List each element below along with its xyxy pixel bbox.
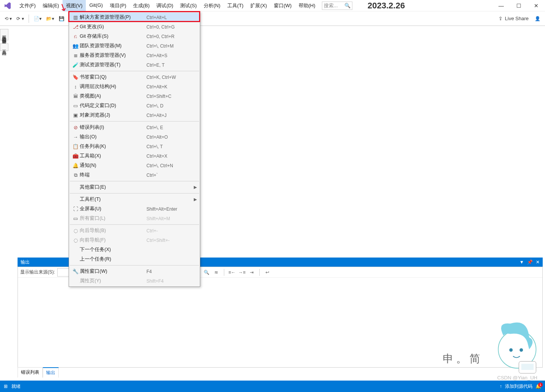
view-menu-item[interactable]: ⛶全屏幕(U)Shift+Alt+Enter xyxy=(69,204,200,214)
menu-item-label: 调用层次结构(H) xyxy=(80,83,146,90)
nav-fwd-button[interactable]: ⟳ ▾ xyxy=(15,15,25,22)
live-share-button[interactable]: ⇪ Live Share xyxy=(498,16,532,21)
server-explorer-tab[interactable]: 服务器资源管理器 xyxy=(0,29,8,40)
menu-item-label: 任务列表(K) xyxy=(80,143,146,150)
menu-item-label: 测试资源管理器(T) xyxy=(80,62,146,68)
close-icon[interactable]: ✕ xyxy=(536,259,540,265)
menu-git[interactable]: Git(G) xyxy=(86,0,106,11)
tab-output[interactable]: 输出 xyxy=(43,367,59,378)
menu-debug[interactable]: 调试(D) xyxy=(153,0,177,11)
menu-extensions[interactable]: 扩展(X) xyxy=(247,0,270,11)
menu-item-shortcut: Ctrl+Alt+J xyxy=(146,113,196,118)
save-button[interactable]: 💾 xyxy=(57,15,66,22)
status-vcs[interactable]: 添加到源代码 xyxy=(505,383,532,390)
view-menu-item[interactable]: 🔔通知(N)Ctrl+\, Ctrl+N xyxy=(69,161,200,170)
menu-item-icon: ▥ xyxy=(71,14,80,20)
menu-item-label: 上一个任务(R) xyxy=(80,256,146,262)
view-menu-item[interactable]: ▣对象浏览器(J)Ctrl+Alt+J xyxy=(69,110,200,120)
menu-item-icon: ⎇ xyxy=(71,24,80,30)
indent-right-icon[interactable]: →≡ xyxy=(238,269,246,276)
menu-item-icon: 🧪 xyxy=(71,62,80,68)
pin-icon[interactable]: 📌 xyxy=(527,259,533,265)
view-menu-item[interactable]: 上一个任务(R) xyxy=(69,254,200,264)
menu-item-icon: ⧉ xyxy=(71,172,80,178)
view-menu-item[interactable]: ⊘错误列表(I)Ctrl+\, E xyxy=(69,123,200,132)
menu-item-icon: 🔧 xyxy=(71,269,80,274)
view-menu-item[interactable]: ↕调用层次结构(H)Ctrl+Alt+K xyxy=(69,82,200,91)
view-menu-item[interactable]: 🔧属性窗口(W)F4 xyxy=(69,267,200,276)
menu-separator xyxy=(70,193,199,194)
nav-back-button[interactable]: ⟲ ▾ xyxy=(3,15,13,22)
search-placeholder: 搜索... xyxy=(324,2,338,9)
menu-item-label: 终端 xyxy=(80,172,146,178)
chevron-down-icon[interactable]: ▼ xyxy=(519,259,524,265)
user-button[interactable]: 👤 xyxy=(533,15,542,22)
menu-analyze[interactable]: 分析(N) xyxy=(200,0,224,11)
view-menu-item[interactable]: 其他窗口(E)▶ xyxy=(69,182,200,192)
menu-window[interactable]: 窗口(W) xyxy=(270,0,295,11)
menu-item-shortcut: Ctrl+Shift+- xyxy=(146,238,196,243)
menu-item-icon: 🏛 xyxy=(71,93,80,99)
menu-item-shortcut: Ctrl+Alt+X xyxy=(146,154,196,159)
view-menu-item[interactable]: 🏛类视图(A)Ctrl+Shift+C xyxy=(69,91,200,101)
toolbar-sep xyxy=(259,269,260,276)
wrap-icon[interactable]: ↩ xyxy=(264,269,271,276)
menu-file[interactable]: 文件(F) xyxy=(16,0,39,11)
menu-item-icon: ◌ xyxy=(71,237,80,243)
menu-view[interactable]: 视图(V) xyxy=(63,0,86,11)
menu-tools[interactable]: 工具(T) xyxy=(224,0,247,11)
indent-left-icon[interactable]: ≡← xyxy=(228,269,236,276)
search-input[interactable]: 搜索... 🔍 xyxy=(322,2,352,10)
menu-item-label: 代码定义窗口(D) xyxy=(80,102,146,109)
clear-icon[interactable]: ≋ xyxy=(212,269,220,276)
view-menu-item[interactable]: 下一个任务(X) xyxy=(69,245,200,254)
new-item-button[interactable]: 📄▾ xyxy=(32,15,43,22)
open-button[interactable]: 📂▾ xyxy=(45,15,56,22)
menu-item-icon: ▣ xyxy=(71,112,80,118)
maximize-button[interactable]: ☐ xyxy=(510,0,527,11)
view-menu-item: 属性页(Y)Shift+F4 xyxy=(69,276,200,286)
menu-item-icon: ⛶ xyxy=(71,206,80,212)
minimize-button[interactable]: — xyxy=(492,0,510,11)
menu-item-label: 解决方案资源管理器(P) xyxy=(80,14,146,21)
view-menu-item[interactable]: ≣服务器资源管理器(V)Ctrl+Alt+S xyxy=(69,51,200,60)
view-menu-item[interactable]: ⧉终端Ctrl+` xyxy=(69,170,200,180)
menu-separator xyxy=(70,265,199,266)
close-button[interactable]: ✕ xyxy=(527,0,545,11)
view-menu-item[interactable]: 👥团队资源管理器(M)Ctrl+\, Ctrl+M xyxy=(69,41,200,51)
menu-item-shortcut: Ctrl+Shift+C xyxy=(146,94,196,99)
indent-icon[interactable]: ⇥ xyxy=(248,269,256,276)
view-menu-item[interactable]: 🧰工具箱(X)Ctrl+Alt+X xyxy=(69,151,200,161)
menu-item-icon: 👥 xyxy=(71,43,80,49)
bottom-tabs: 错误列表 输出 xyxy=(18,367,59,378)
menu-build[interactable]: 生成(B) xyxy=(130,0,153,11)
view-menu-item: ◌向后导航(B)Ctrl+- xyxy=(69,226,200,235)
toolbox-tab[interactable]: 工具箱 xyxy=(0,43,8,51)
view-menu-item[interactable]: 📋任务列表(K)Ctrl+\, T xyxy=(69,142,200,151)
menu-separator xyxy=(70,224,199,225)
menu-test[interactable]: 测试(S) xyxy=(177,0,200,11)
menu-item-shortcut: Ctrl+\, E xyxy=(146,125,196,130)
left-tool-tabs: 服务器资源管理器 工具箱 xyxy=(0,26,8,51)
menu-item-icon: ↕ xyxy=(71,84,80,90)
search-icon: 🔍 xyxy=(344,3,350,8)
menu-help[interactable]: 帮助(H) xyxy=(295,0,319,11)
view-menu-item[interactable]: ▥解决方案资源管理器(P)Ctrl+Alt+L xyxy=(69,13,200,22)
menu-item-label: 其他窗口(E) xyxy=(80,184,146,190)
view-menu-item[interactable]: ▭代码定义窗口(D)Ctrl+\, D xyxy=(69,101,200,110)
menu-project[interactable]: 项目(P) xyxy=(106,0,130,11)
view-menu-item[interactable]: 🧪测试资源管理器(T)Ctrl+E, T xyxy=(69,60,200,70)
menu-item-label: 团队资源管理器(M) xyxy=(80,43,146,49)
find-icon[interactable]: 🔍 xyxy=(203,269,210,276)
view-menu-item[interactable]: 🔖书签窗口(Q)Ctrl+K, Ctrl+W xyxy=(69,72,200,82)
menu-item-label: Git 存储库(S) xyxy=(80,33,146,40)
notifications-button[interactable]: 🔔 1 xyxy=(535,384,541,389)
view-menu-item[interactable]: →输出(O)Ctrl+Alt+O xyxy=(69,132,200,142)
tab-error-list[interactable]: 错误列表 xyxy=(18,367,43,378)
view-menu-item[interactable]: ⎌Git 存储库(S)Ctrl+0, Ctrl+R xyxy=(69,32,200,41)
statusbar: ⊞ 就绪 ↑ 添加到源代码 🔔 1 xyxy=(0,381,545,392)
view-menu-item[interactable]: 工具栏(T)▶ xyxy=(69,195,200,204)
view-menu-item[interactable]: ⎇Git 更改(G)Ctrl+0, Ctrl+G xyxy=(69,22,200,32)
menu-item-icon: ⎌ xyxy=(71,34,80,39)
menu-edit[interactable]: 编辑(E) xyxy=(39,0,63,11)
